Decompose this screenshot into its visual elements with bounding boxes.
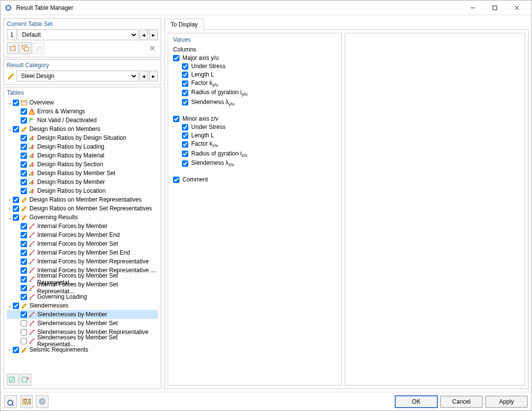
tree-row[interactable]: ·Design Ratios by Location [7, 186, 158, 195]
tree-row[interactable]: ·Design Ratios by Member Set [7, 169, 158, 178]
tree-row[interactable]: ·Internal Forces by Member Set End [7, 248, 158, 257]
tree-row[interactable]: ·Internal Forces by Member [7, 222, 158, 231]
tree-checkbox[interactable] [21, 144, 27, 150]
tree-checkbox[interactable] [21, 179, 27, 185]
tab-to-display[interactable]: To Display [164, 19, 204, 30]
tree-row[interactable]: ·Design Ratios by Loading [7, 142, 158, 151]
close-button[interactable] [506, 0, 528, 15]
tree-checkbox[interactable] [21, 329, 27, 335]
tree-row[interactable]: ›Design Ratios on Member Representatives [7, 195, 158, 204]
help-button[interactable] [4, 395, 17, 408]
category-prev-button[interactable]: ◄ [139, 71, 148, 81]
category-next-button[interactable]: ► [149, 71, 158, 81]
tree-row[interactable]: ⌄Governing Results [7, 213, 158, 222]
tree-checkbox[interactable] [13, 100, 19, 106]
column-check[interactable]: Length L [182, 71, 336, 78]
column-checkbox[interactable] [182, 72, 188, 78]
tree-row[interactable]: ·Slendernesses by Member Set [7, 319, 158, 328]
tree-checkbox[interactable] [21, 267, 27, 274]
tree-row[interactable]: ·Design Ratios by Design Situation [7, 133, 158, 142]
column-check[interactable]: Radius of gyration iz/v [182, 150, 336, 158]
tree-row[interactable]: ·Internal Forces by Member End [7, 231, 158, 239]
tree-checkbox[interactable] [21, 258, 27, 265]
minimize-button[interactable] [461, 0, 483, 15]
column-checkbox[interactable] [182, 141, 188, 148]
column-checkbox[interactable] [182, 80, 188, 87]
cancel-button[interactable]: Cancel [440, 396, 482, 408]
apply-button[interactable]: Apply [485, 396, 528, 408]
tree-checkbox[interactable] [21, 250, 27, 256]
tree-row[interactable]: ⌄Slendernesses [7, 301, 158, 310]
tree-checkbox[interactable] [21, 320, 27, 327]
column-check[interactable]: Length L [182, 132, 336, 139]
tree-row[interactable]: ·Internal Forces by Member Set Represent… [7, 283, 158, 292]
units-button[interactable]: 0,00 [20, 395, 33, 408]
tree-row[interactable]: ·Design Ratios by Section [7, 160, 158, 169]
expand-icon[interactable]: › [7, 197, 13, 203]
table-set-prev-button[interactable]: ◄ [139, 29, 148, 40]
tree-checkbox[interactable] [13, 206, 19, 212]
tree-row[interactable]: ·Design Ratios by Member [7, 178, 158, 186]
tree-row[interactable]: ·Internal Forces by Member Set [7, 239, 158, 248]
major-axis-checkbox[interactable] [173, 55, 179, 61]
new-table-set-button[interactable] [7, 42, 19, 54]
tree-row[interactable]: ·Slendernesses by Member Set Representat… [7, 336, 158, 345]
table-set-next-button[interactable]: ► [149, 29, 158, 40]
tables-tree[interactable]: ⌄Overview·!Errors & Warnings·Not Valid /… [7, 98, 158, 354]
comment-checkbox[interactable] [173, 177, 179, 183]
result-category-select[interactable]: Steel Design [17, 71, 138, 81]
column-check[interactable]: Factor kz/v [182, 140, 336, 148]
tree-checkbox[interactable] [21, 338, 27, 344]
tree-row[interactable]: ⌄Overview [7, 98, 158, 107]
tree-checkbox[interactable] [21, 223, 27, 230]
tree-checkbox[interactable] [21, 232, 27, 238]
tree-row[interactable]: ⌄Design Ratios on Members [7, 125, 158, 133]
tree-checkbox[interactable] [21, 294, 27, 300]
minor-axis-checkbox[interactable] [173, 116, 179, 122]
rename-table-set-button[interactable] [32, 42, 44, 54]
tree-row[interactable]: ·!Errors & Warnings [7, 107, 158, 116]
ok-button[interactable]: OK [395, 396, 437, 408]
tree-checkbox[interactable] [21, 153, 27, 159]
tree-checkbox[interactable] [21, 117, 27, 124]
tree-checkbox[interactable] [21, 108, 27, 115]
expand-icon[interactable]: › [7, 206, 13, 211]
uncheck-all-button[interactable] [20, 374, 31, 385]
database-button[interactable] [36, 395, 49, 408]
tree-checkbox[interactable] [21, 170, 27, 177]
tree-checkbox[interactable] [21, 311, 27, 318]
tree-checkbox[interactable] [13, 214, 19, 221]
table-set-select[interactable]: Default [18, 29, 138, 40]
tree-checkbox[interactable] [13, 197, 19, 203]
column-checkbox[interactable] [182, 99, 188, 105]
column-checkbox[interactable] [182, 160, 188, 167]
tree-checkbox[interactable] [21, 188, 27, 194]
column-checkbox[interactable] [182, 90, 188, 96]
column-check[interactable]: Factor ky/u [182, 79, 336, 87]
collapse-icon[interactable]: ⌄ [7, 100, 13, 105]
check-all-button[interactable] [7, 374, 19, 385]
tree-row[interactable]: ›Design Ratios on Member Set Representat… [7, 204, 158, 213]
major-axis-check[interactable]: Major axis y/u [173, 54, 336, 61]
column-checkbox[interactable] [182, 151, 188, 157]
tree-checkbox[interactable] [13, 126, 19, 132]
tree-row[interactable]: ·Design Ratios by Material [7, 151, 158, 160]
column-check[interactable]: Radius of gyration iy/u [182, 89, 336, 97]
tree-row[interactable]: ·Slendernesses by Member [7, 310, 158, 319]
maximize-button[interactable] [483, 0, 506, 15]
tree-checkbox[interactable] [13, 347, 19, 353]
column-checkbox[interactable] [182, 132, 188, 139]
tree-row[interactable]: ·Not Valid / Deactivated [7, 116, 158, 125]
tree-checkbox[interactable] [21, 276, 27, 283]
column-check[interactable]: Slenderness λz/v [182, 159, 336, 167]
delete-table-set-button[interactable]: ✕ [146, 42, 158, 54]
tree-checkbox[interactable] [21, 161, 27, 168]
column-check[interactable]: Under Stress [182, 124, 336, 130]
column-checkbox[interactable] [182, 63, 188, 70]
column-check[interactable]: Under Stress [182, 63, 336, 70]
comment-check[interactable]: Comment [173, 176, 336, 183]
column-checkbox[interactable] [182, 124, 188, 130]
expand-icon[interactable]: › [7, 347, 13, 353]
tree-checkbox[interactable] [21, 285, 27, 291]
tree-checkbox[interactable] [13, 303, 19, 309]
